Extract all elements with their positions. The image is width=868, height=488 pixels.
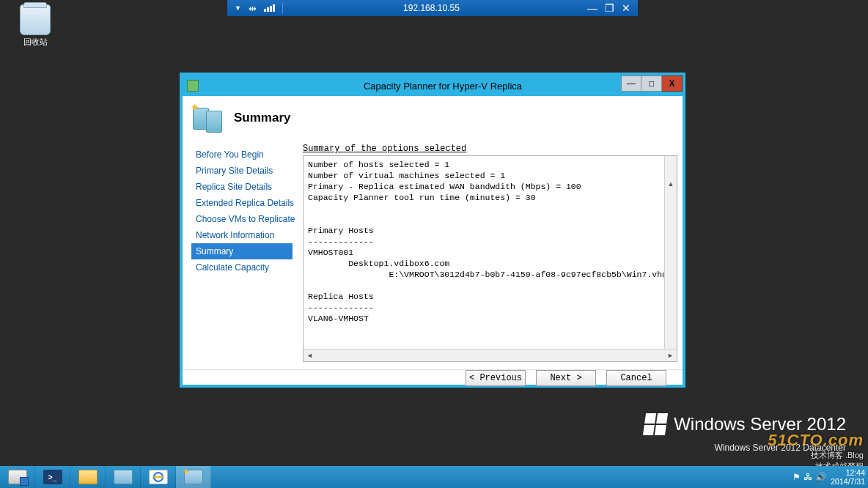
os-edition: Windows Server 2012 Datacenter (644, 443, 846, 453)
wizard-button-row: < Previous Next > Cancel (183, 369, 683, 386)
remote-address: 192.168.10.55 (283, 3, 580, 13)
scroll-left-icon[interactable]: ◄ (304, 350, 316, 361)
folder-icon (78, 470, 98, 484)
recycle-bin-label: 回收站 (13, 37, 57, 48)
nav-network-information[interactable]: Network Information (191, 227, 293, 243)
remote-close-button[interactable]: ✕ (622, 2, 630, 14)
system-tray: ⚑ 🖧 🔊 12:44 2014/7/31 (792, 466, 865, 488)
os-product-name: Windows Server 2012 (674, 414, 846, 435)
nav-calculate-capacity[interactable]: Calculate Capacity (191, 259, 293, 276)
capacity-planner-icon (184, 470, 203, 484)
tray-clock[interactable]: 12:44 2014/7/31 (831, 468, 865, 486)
window-close-button[interactable]: X (662, 75, 683, 92)
taskbar-hyperv-manager[interactable] (106, 466, 141, 488)
nav-before-you-begin[interactable]: Before You Begin (191, 147, 293, 163)
previous-button[interactable]: < Previous (466, 370, 526, 386)
wizard-header: ✦ Summary (183, 96, 683, 143)
taskbar-capacity-planner[interactable] (176, 466, 211, 488)
recycle-bin[interactable]: 回收站 (13, 4, 57, 48)
windows-logo-icon (643, 413, 668, 435)
os-branding: Windows Server 2012 Windows Server 2012 … (644, 413, 846, 453)
wizard-heading: Summary (234, 111, 290, 125)
remote-connection-bar: ▼ ⇹ 192.168.10.55 — ❐ ✕ (227, 0, 638, 16)
summary-text[interactable]: Number of hosts selected = 1 Number of v… (304, 156, 677, 349)
window-titlebar[interactable]: Capacity Planner for Hyper-V Replica — □… (183, 75, 683, 96)
nav-replica-site-details[interactable]: Replica Site Details (191, 179, 293, 195)
app-icon (187, 80, 199, 92)
hyperv-icon (114, 470, 133, 484)
dropdown-icon[interactable]: ▼ (235, 4, 241, 12)
remote-restore-button[interactable]: ❐ (605, 2, 614, 14)
nav-summary[interactable]: Summary (191, 243, 293, 259)
wizard-nav: Before You Begin Primary Site Details Re… (191, 144, 293, 362)
nav-extended-replica-details[interactable]: Extended Replica Details (191, 195, 293, 211)
summary-label: Summary of the options selected (303, 144, 677, 154)
summary-textbox[interactable]: Number of hosts selected = 1 Number of v… (303, 155, 677, 362)
scroll-up-icon[interactable]: ▲ (665, 178, 677, 191)
horizontal-scrollbar[interactable]: ◄ ► (304, 349, 677, 361)
tray-sound-icon[interactable]: 🔊 (815, 472, 826, 482)
taskbar-server-manager[interactable] (0, 466, 35, 488)
wizard-graphic-icon: ✦ (191, 102, 227, 134)
server-manager-icon (8, 470, 27, 484)
vertical-scrollbar[interactable]: ▲ (664, 156, 677, 349)
window-minimize-button[interactable]: — (621, 75, 641, 92)
tray-date: 2014/7/31 (831, 477, 865, 486)
taskbar-ie[interactable] (141, 466, 176, 488)
scroll-right-icon[interactable]: ► (664, 350, 677, 361)
window-maximize-button[interactable]: □ (641, 75, 662, 92)
ie-icon (149, 470, 168, 484)
next-button[interactable]: Next > (536, 370, 596, 386)
nav-choose-vms[interactable]: Choose VMs to Replicate (191, 211, 293, 227)
signal-icon (264, 4, 275, 12)
tray-network-icon[interactable]: 🖧 (803, 472, 812, 482)
powershell-icon: >_ (43, 470, 62, 484)
window-title: Capacity Planner for Hyper-V Replica (203, 81, 683, 92)
tray-icons[interactable]: ⚑ 🖧 🔊 (792, 472, 826, 482)
capacity-planner-window: Capacity Planner for Hyper-V Replica — □… (180, 73, 685, 388)
recycle-bin-icon (20, 4, 51, 35)
taskbar-explorer[interactable] (70, 466, 106, 488)
taskbar-powershell[interactable]: >_ (35, 466, 70, 488)
remote-minimize-button[interactable]: — (587, 2, 597, 14)
tray-flag-icon[interactable]: ⚑ (792, 472, 801, 482)
cancel-button[interactable]: Cancel (606, 370, 666, 386)
nav-primary-site-details[interactable]: Primary Site Details (191, 163, 293, 179)
tray-time: 12:44 (831, 468, 865, 477)
taskbar: >_ ⚑ 🖧 🔊 12:44 2014/7/31 (0, 466, 868, 488)
pin-icon[interactable]: ⇹ (249, 3, 257, 14)
